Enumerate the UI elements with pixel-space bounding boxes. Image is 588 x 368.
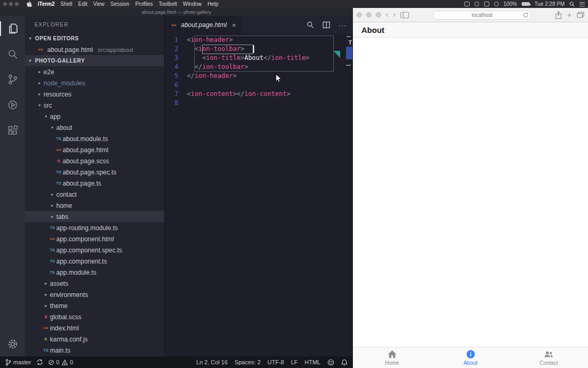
spotlight-icon[interactable] xyxy=(569,2,575,7)
source-control-view-button[interactable] xyxy=(0,72,25,87)
tree-item-assets[interactable]: ▸assets xyxy=(25,278,164,289)
menubar-item-window[interactable]: Window xyxy=(183,1,202,7)
tree-item-node-modules[interactable]: ▸node_modules xyxy=(25,77,164,89)
status-icon[interactable] xyxy=(484,2,489,6)
indentation-status[interactable]: Spaces: 2 xyxy=(235,359,261,365)
new-tab-button[interactable]: + xyxy=(567,11,572,19)
forward-button[interactable]: › xyxy=(393,11,396,19)
tree-item-app[interactable]: ▾app xyxy=(25,111,164,122)
git-branch-status[interactable]: master xyxy=(5,359,31,366)
tree-item-app-module-ts[interactable]: TSapp.module.ts xyxy=(25,267,164,278)
tree-item-index-html[interactable]: <>index.html xyxy=(25,322,164,334)
debug-view-button[interactable] xyxy=(0,98,25,112)
code-area[interactable]: 1<ion-header> 2 <ion-toolbar> 3 <ion-tit… xyxy=(165,34,353,356)
settings-gear-button[interactable] xyxy=(0,338,25,350)
more-actions-icon[interactable]: ··· xyxy=(338,21,347,29)
tree-item-global-scss[interactable]: Sglobal.scss xyxy=(25,311,164,322)
minimap[interactable]: T xyxy=(345,34,353,103)
split-editor-icon[interactable] xyxy=(322,21,331,29)
reload-icon[interactable] xyxy=(523,12,529,18)
tree-item-e2e[interactable]: ▸e2e xyxy=(25,66,164,77)
tab-about-page-html[interactable]: <> about.page.html × xyxy=(165,16,241,34)
tab-overview-icon[interactable] xyxy=(577,12,584,18)
tree-item-app-component-ts[interactable]: TSapp.component.ts xyxy=(25,256,164,267)
back-button[interactable]: ‹ xyxy=(385,11,388,19)
minimap-viewport[interactable] xyxy=(346,47,352,59)
menubar-item-profiles[interactable]: Profiles xyxy=(135,1,153,7)
cursor-position-status[interactable]: Ln 2, Col 16 xyxy=(196,359,228,365)
menubar-app-name[interactable]: iTerm2 xyxy=(38,1,55,7)
tab-about[interactable]: About xyxy=(431,347,510,368)
open-editors-section-header[interactable]: ▾ OPEN EDITORS xyxy=(25,33,164,44)
feedback-smiley-icon[interactable] xyxy=(327,359,334,366)
tree-item-about-page-html[interactable]: <>about.page.html xyxy=(25,144,164,155)
ts-file-icon: TS xyxy=(48,259,56,264)
open-editor-item[interactable]: <> about.page.html src/app/about xyxy=(25,44,164,55)
tree-item-app-component-spec-ts[interactable]: TSapp.component.spec.ts xyxy=(25,244,164,256)
eol-status[interactable]: LF xyxy=(291,359,298,365)
language-mode-status[interactable]: HTML xyxy=(305,359,321,365)
window-traffic-lights[interactable] xyxy=(3,2,19,6)
zoom-window-button[interactable] xyxy=(15,2,19,6)
tree-item-environments[interactable]: ▸environments xyxy=(25,289,164,300)
minimize-window-button[interactable] xyxy=(9,2,13,6)
menubar-item-session[interactable]: Session xyxy=(110,1,129,7)
tree-item-contact[interactable]: ▸contact xyxy=(25,189,164,200)
tree-item-about-page-scss[interactable]: Sabout.page.scss xyxy=(25,155,164,167)
share-icon[interactable] xyxy=(555,11,562,19)
address-bar[interactable]: localhost xyxy=(433,11,531,20)
code-line[interactable]: 6 xyxy=(165,81,353,90)
extensions-view-button[interactable] xyxy=(0,123,25,138)
menubar-clock[interactable]: Tue 2:28 PM xyxy=(534,1,565,7)
tree-item-about-page-ts[interactable]: TSabout.page.ts xyxy=(25,178,164,189)
menubar-item-edit[interactable]: Edit xyxy=(78,1,87,7)
find-in-file-icon[interactable] xyxy=(306,21,315,29)
tree-item-app-routing-module-ts[interactable]: TSapp-routing.module.ts xyxy=(25,222,164,233)
code-line[interactable]: 2 <ion-toolbar> xyxy=(165,45,353,54)
code-line[interactable]: 5</ion-header> xyxy=(165,72,353,81)
search-view-button[interactable] xyxy=(0,47,25,62)
tree-item-about[interactable]: ▾about xyxy=(25,122,164,133)
problems-status[interactable]: 0 0 xyxy=(48,359,73,365)
encoding-status[interactable]: UTF-8 xyxy=(267,359,284,365)
notification-center-icon[interactable] xyxy=(580,2,585,6)
explorer-view-button[interactable] xyxy=(0,21,25,36)
tab-contact[interactable]: Contact xyxy=(509,347,588,368)
tree-item-about-page-spec-ts[interactable]: TSabout.page.spec.ts xyxy=(25,167,164,178)
vscode-titlebar[interactable]: about.page.html — photo-gallery xyxy=(0,8,353,16)
code-line[interactable]: 4 </ion-toolbar> xyxy=(165,63,353,72)
apple-menu-icon[interactable] xyxy=(27,1,32,7)
code-line[interactable]: 1<ion-header> xyxy=(165,36,353,45)
sidebar-toggle-icon[interactable] xyxy=(400,12,409,19)
menubar-item-help[interactable]: Help xyxy=(207,1,219,7)
tree-item-src[interactable]: ▾src xyxy=(25,100,164,111)
close-tab-icon[interactable]: × xyxy=(232,21,236,29)
close-window-button[interactable] xyxy=(357,12,362,17)
sync-status[interactable] xyxy=(37,359,43,365)
close-window-button[interactable] xyxy=(3,2,7,6)
project-section-header[interactable]: ▾ PHOTO-GALLERY xyxy=(25,55,164,66)
zoom-window-button[interactable] xyxy=(376,12,381,17)
status-icon[interactable] xyxy=(474,2,479,6)
tree-item-karma-conf-js[interactable]: Kkarma.conf.js xyxy=(25,334,164,345)
menubar-item-shell[interactable]: Shell xyxy=(60,1,72,7)
code-line[interactable]: 8 xyxy=(165,99,353,108)
tab-home[interactable]: Home xyxy=(353,347,431,368)
menubar-item-view[interactable]: View xyxy=(93,1,105,7)
status-icon[interactable] xyxy=(464,2,470,6)
code-line[interactable]: 7<ion-content></ion-content> xyxy=(165,90,353,99)
tree-item-theme[interactable]: ▸theme xyxy=(25,300,164,311)
status-icon[interactable] xyxy=(494,2,499,6)
notifications-bell-icon[interactable] xyxy=(341,359,348,366)
minimize-window-button[interactable] xyxy=(366,12,371,17)
tree-item-label: global.scss xyxy=(50,313,81,321)
menubar-item-toolbelt[interactable]: Toolbelt xyxy=(159,1,177,7)
tree-item-home[interactable]: ▸home xyxy=(25,200,164,211)
tree-item-tabs[interactable]: ▸tabs xyxy=(25,211,164,222)
tree-item-about-module-ts[interactable]: TSabout.module.ts xyxy=(25,133,164,144)
tree-item-app-component-html[interactable]: <>app.component.html xyxy=(25,233,164,244)
tree-item-resources[interactable]: ▸resources xyxy=(25,89,164,100)
battery-icon[interactable] xyxy=(522,2,530,6)
tree-item-main-ts[interactable]: TSmain.ts xyxy=(25,345,164,356)
code-line[interactable]: 3 <ion-title>About</ion-title> xyxy=(165,54,353,63)
